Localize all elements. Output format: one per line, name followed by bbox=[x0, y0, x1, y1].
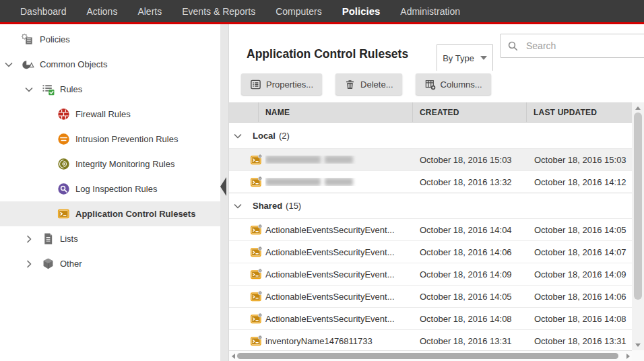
table-row[interactable]: ActionableEventsSecurityEvent...October … bbox=[229, 307, 632, 329]
row-updated: October 18, 2016 14:09 bbox=[527, 269, 626, 280]
vertical-scrollbar-thumb[interactable] bbox=[634, 112, 642, 300]
ruleset-icon bbox=[250, 224, 263, 236]
ruleset-icon bbox=[250, 335, 263, 348]
properties-button[interactable]: Properties... bbox=[241, 73, 322, 95]
nav-item-events-reports[interactable]: Events & Reports bbox=[182, 6, 255, 17]
search-icon bbox=[507, 40, 519, 52]
scrollbar-corner bbox=[632, 350, 644, 361]
table-row[interactable]: inventoryName1476811733October 18, 2016 … bbox=[229, 329, 632, 350]
vertical-scrollbar[interactable] bbox=[632, 102, 644, 350]
log-inspection-icon bbox=[57, 183, 70, 195]
row-created: October 18, 2016 13:32 bbox=[413, 177, 527, 187]
group-count: (15) bbox=[286, 201, 301, 211]
group-shared: Shared(15)ActionableEventsSecurityEvent.… bbox=[229, 193, 632, 350]
column-header-selector[interactable] bbox=[229, 102, 259, 122]
sidebar-tree: PoliciesCommon ObjectsRulesFirewall Rule… bbox=[0, 27, 220, 276]
table-row[interactable]: October 18, 2016 13:32October 18, 2016 1… bbox=[229, 170, 632, 193]
scroll-up-button[interactable] bbox=[632, 103, 644, 112]
sidebar-item-label: Application Control Rulesets bbox=[75, 209, 195, 219]
ruleset-icon bbox=[250, 154, 263, 166]
nav-item-computers[interactable]: Computers bbox=[276, 6, 321, 17]
nav-item-actions[interactable]: Actions bbox=[87, 6, 118, 17]
scroll-left-button[interactable] bbox=[229, 351, 237, 361]
horizontal-scrollbar[interactable] bbox=[229, 350, 632, 361]
policies-icon bbox=[22, 33, 34, 46]
sidebar-item-integrity-monitoring-rules[interactable]: Integrity Monitoring Rules bbox=[0, 152, 220, 176]
row-updated: October 18, 2016 15:03 bbox=[527, 155, 626, 165]
row-name: ActionableEventsSecurityEvent... bbox=[265, 247, 413, 257]
integrity-monitoring-icon bbox=[57, 158, 70, 170]
firewall-rules-icon bbox=[57, 108, 70, 121]
nav-item-administration[interactable]: Administration bbox=[400, 6, 460, 17]
row-updated: October 18, 2016 14:08 bbox=[527, 314, 626, 324]
sidebar-item-firewall-rules[interactable]: Firewall Rules bbox=[0, 102, 220, 127]
application-control-icon bbox=[57, 207, 70, 220]
chevron-right-icon bbox=[24, 234, 34, 244]
common-objects-icon bbox=[22, 58, 34, 71]
view-type-value: By Type bbox=[443, 53, 474, 63]
redacted-name bbox=[265, 178, 413, 186]
table-row[interactable]: ActionableEventsSecurityEvent...October … bbox=[229, 240, 632, 263]
sidebar-item-application-control-rulesets[interactable]: Application Control Rulesets bbox=[0, 201, 220, 226]
row-name: ActionableEventsSecurityEvent... bbox=[265, 292, 413, 302]
main-panel: Application Control Rulesets By Type Pro… bbox=[229, 24, 644, 361]
ruleset-icon bbox=[250, 313, 263, 325]
top-nav: DashboardActionsAlertsEvents & ReportsCo… bbox=[0, 0, 644, 24]
table-row[interactable]: ActionableEventsSecurityEvent...October … bbox=[229, 218, 632, 240]
sidebar-item-log-inspection-rules[interactable]: Log Inspection Rules bbox=[0, 176, 220, 201]
sidebar-item-label: Intrusion Prevention Rules bbox=[75, 134, 178, 144]
nav-item-policies[interactable]: Policies bbox=[342, 5, 381, 17]
sidebar-item-lists[interactable]: Lists bbox=[0, 226, 220, 251]
sidebar-item-policies[interactable]: Policies bbox=[0, 27, 220, 52]
row-created: October 18, 2016 15:03 bbox=[413, 155, 527, 165]
sidebar-item-other[interactable]: Other bbox=[0, 251, 220, 276]
column-header-last-updated[interactable]: LAST UPDATED bbox=[527, 102, 632, 122]
group-label: Shared bbox=[253, 201, 282, 211]
scroll-down-button[interactable] bbox=[632, 340, 644, 350]
nav-item-dashboard[interactable]: Dashboard bbox=[20, 6, 67, 17]
search-box bbox=[500, 34, 644, 58]
group-row-local[interactable]: Local(2) bbox=[229, 123, 632, 148]
other-icon bbox=[42, 257, 55, 270]
sidebar-item-common-objects[interactable]: Common Objects bbox=[0, 52, 220, 77]
row-name: ActionableEventsSecurityEvent... bbox=[265, 269, 413, 280]
sidebar-item-label: Other bbox=[60, 259, 82, 269]
columns-button[interactable]: Columns... bbox=[416, 73, 491, 95]
button-label: Delete... bbox=[360, 79, 393, 90]
group-local: Local(2)October 18, 2016 15:03October 18… bbox=[229, 123, 632, 193]
properties-icon bbox=[250, 79, 261, 90]
horizontal-scrollbar-thumb[interactable] bbox=[237, 353, 618, 359]
sidebar-item-label: Rules bbox=[60, 84, 82, 94]
sidebar-item-rules[interactable]: Rules bbox=[0, 77, 220, 102]
sidebar-item-label: Common Objects bbox=[40, 59, 107, 69]
row-created: October 18, 2016 14:08 bbox=[413, 314, 527, 324]
ruleset-icon bbox=[250, 268, 263, 281]
sidebar-item-intrusion-prevention-rules[interactable]: Intrusion Prevention Rules bbox=[0, 127, 220, 152]
chevron-down-icon bbox=[3, 59, 14, 70]
column-header-name[interactable]: NAME bbox=[259, 102, 413, 122]
table-row[interactable]: ActionableEventsSecurityEvent...October … bbox=[229, 263, 632, 285]
ruleset-icon bbox=[250, 246, 263, 259]
search-input[interactable] bbox=[525, 40, 644, 52]
row-name: ActionableEventsSecurityEvent... bbox=[265, 314, 413, 324]
button-label: Properties... bbox=[266, 79, 313, 90]
ruleset-icon bbox=[250, 290, 263, 303]
nav-item-alerts[interactable]: Alerts bbox=[137, 6, 162, 17]
table-row[interactable]: October 18, 2016 15:03October 18, 2016 1… bbox=[229, 148, 632, 170]
group-count: (2) bbox=[279, 131, 290, 141]
row-created: October 18, 2016 14:05 bbox=[413, 292, 527, 302]
columns-icon bbox=[424, 79, 436, 90]
chevron-down-icon bbox=[232, 131, 243, 141]
scroll-right-button[interactable] bbox=[624, 351, 632, 361]
button-label: Columns... bbox=[441, 79, 482, 90]
table-row[interactable]: ActionableEventsSecurityEvent...October … bbox=[229, 285, 632, 307]
chevron-down-icon bbox=[480, 56, 487, 60]
view-type-dropdown[interactable]: By Type bbox=[437, 44, 493, 71]
sidebar-item-label: Policies bbox=[40, 34, 70, 44]
delete-button[interactable]: Delete... bbox=[335, 73, 401, 95]
group-row-shared[interactable]: Shared(15) bbox=[229, 193, 632, 218]
column-header-created[interactable]: CREATED bbox=[413, 102, 527, 122]
row-updated: October 18, 2016 14:05 bbox=[527, 225, 626, 235]
table-header: NAMECREATEDLAST UPDATED bbox=[229, 102, 632, 123]
sidebar-item-label: Integrity Monitoring Rules bbox=[75, 159, 174, 169]
